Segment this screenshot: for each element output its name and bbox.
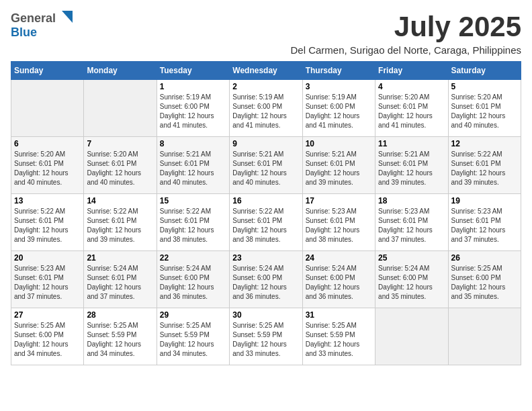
calendar-cell: 20Sunrise: 5:23 AM Sunset: 6:01 PM Dayli…: [11, 251, 84, 308]
calendar-cell: 3Sunrise: 5:19 AM Sunset: 6:00 PM Daylig…: [302, 80, 375, 137]
calendar-cell: 2Sunrise: 5:19 AM Sunset: 6:00 PM Daylig…: [230, 80, 302, 137]
calendar-cell: 14Sunrise: 5:22 AM Sunset: 6:01 PM Dayli…: [84, 194, 157, 251]
header-friday: Friday: [375, 62, 448, 80]
calendar-cell: 10Sunrise: 5:21 AM Sunset: 6:01 PM Dayli…: [302, 137, 375, 194]
calendar-cell: 6Sunrise: 5:20 AM Sunset: 6:01 PM Daylig…: [11, 137, 84, 194]
day-info: Sunrise: 5:21 AM Sunset: 6:01 PM Dayligh…: [160, 150, 226, 187]
day-info: Sunrise: 5:20 AM Sunset: 6:01 PM Dayligh…: [378, 93, 445, 130]
header-wednesday: Wednesday: [230, 62, 302, 80]
calendar-cell: 31Sunrise: 5:25 AM Sunset: 5:59 PM Dayli…: [302, 308, 375, 365]
day-number: 12: [451, 139, 518, 148]
day-number: 19: [451, 196, 518, 205]
day-info: Sunrise: 5:22 AM Sunset: 6:01 PM Dayligh…: [160, 207, 226, 244]
calendar-cell: 26Sunrise: 5:25 AM Sunset: 6:00 PM Dayli…: [448, 251, 521, 308]
calendar-cell: 11Sunrise: 5:21 AM Sunset: 6:01 PM Dayli…: [375, 137, 448, 194]
day-number: 3: [306, 82, 372, 91]
day-info: Sunrise: 5:23 AM Sunset: 6:01 PM Dayligh…: [378, 207, 445, 244]
day-number: 15: [160, 196, 226, 205]
day-info: Sunrise: 5:25 AM Sunset: 5:59 PM Dayligh…: [306, 321, 372, 359]
calendar-cell: 19Sunrise: 5:23 AM Sunset: 6:01 PM Dayli…: [448, 194, 521, 251]
calendar-cell: 13Sunrise: 5:22 AM Sunset: 6:01 PM Dayli…: [11, 194, 84, 251]
header-tuesday: Tuesday: [157, 62, 229, 80]
svg-marker-0: [62, 11, 73, 23]
calendar-header-row: SundayMondayTuesdayWednesdayThursdayFrid…: [11, 62, 521, 80]
day-info: Sunrise: 5:22 AM Sunset: 6:01 PM Dayligh…: [451, 150, 518, 187]
day-number: 5: [451, 82, 518, 91]
month-title: July 2025: [290, 11, 521, 43]
logo-general: General: [11, 11, 56, 26]
calendar-cell: 22Sunrise: 5:24 AM Sunset: 6:00 PM Dayli…: [157, 251, 229, 308]
day-info: Sunrise: 5:23 AM Sunset: 6:01 PM Dayligh…: [14, 264, 81, 302]
day-number: 31: [306, 310, 372, 320]
day-info: Sunrise: 5:25 AM Sunset: 5:59 PM Dayligh…: [160, 321, 226, 359]
day-number: 7: [87, 139, 153, 148]
day-number: 8: [160, 139, 226, 148]
week-row-4: 20Sunrise: 5:23 AM Sunset: 6:01 PM Dayli…: [11, 251, 521, 308]
day-info: Sunrise: 5:19 AM Sunset: 6:00 PM Dayligh…: [160, 93, 226, 130]
day-number: 22: [160, 253, 226, 263]
logo: General Blue: [11, 11, 73, 40]
header-thursday: Thursday: [302, 62, 375, 80]
day-info: Sunrise: 5:20 AM Sunset: 6:01 PM Dayligh…: [451, 93, 518, 130]
calendar-cell: 30Sunrise: 5:25 AM Sunset: 5:59 PM Dayli…: [230, 308, 302, 365]
calendar-cell: 15Sunrise: 5:22 AM Sunset: 6:01 PM Dayli…: [157, 194, 229, 251]
calendar-cell: 5Sunrise: 5:20 AM Sunset: 6:01 PM Daylig…: [448, 80, 521, 137]
day-info: Sunrise: 5:21 AM Sunset: 6:01 PM Dayligh…: [378, 150, 445, 187]
day-number: 28: [87, 310, 153, 320]
day-info: Sunrise: 5:23 AM Sunset: 6:01 PM Dayligh…: [451, 207, 518, 244]
day-info: Sunrise: 5:24 AM Sunset: 6:00 PM Dayligh…: [232, 264, 299, 302]
calendar-cell: 17Sunrise: 5:23 AM Sunset: 6:01 PM Dayli…: [302, 194, 375, 251]
day-info: Sunrise: 5:25 AM Sunset: 5:59 PM Dayligh…: [232, 321, 299, 359]
day-info: Sunrise: 5:24 AM Sunset: 6:00 PM Dayligh…: [160, 264, 226, 302]
location-title: Del Carmen, Surigao del Norte, Caraga, P…: [290, 44, 521, 56]
day-number: 24: [306, 253, 372, 263]
day-info: Sunrise: 5:21 AM Sunset: 6:01 PM Dayligh…: [232, 150, 299, 187]
day-number: 16: [232, 196, 299, 205]
logo-blue: Blue: [11, 26, 37, 39]
calendar-cell: 25Sunrise: 5:24 AM Sunset: 6:00 PM Dayli…: [375, 251, 448, 308]
week-row-2: 6Sunrise: 5:20 AM Sunset: 6:01 PM Daylig…: [11, 137, 521, 194]
day-number: 1: [160, 82, 226, 91]
day-info: Sunrise: 5:22 AM Sunset: 6:01 PM Dayligh…: [232, 207, 299, 244]
calendar-cell: 21Sunrise: 5:24 AM Sunset: 6:01 PM Dayli…: [84, 251, 157, 308]
day-info: Sunrise: 5:22 AM Sunset: 6:01 PM Dayligh…: [14, 207, 81, 244]
calendar-cell: [375, 308, 448, 365]
day-number: 18: [378, 196, 445, 205]
calendar-cell: 24Sunrise: 5:24 AM Sunset: 6:00 PM Dayli…: [302, 251, 375, 308]
day-info: Sunrise: 5:25 AM Sunset: 6:00 PM Dayligh…: [14, 321, 81, 359]
calendar-cell: 28Sunrise: 5:25 AM Sunset: 5:59 PM Dayli…: [84, 308, 157, 365]
day-info: Sunrise: 5:23 AM Sunset: 6:01 PM Dayligh…: [306, 207, 372, 244]
calendar-cell: 27Sunrise: 5:25 AM Sunset: 6:00 PM Dayli…: [11, 308, 84, 365]
day-info: Sunrise: 5:20 AM Sunset: 6:01 PM Dayligh…: [87, 150, 153, 187]
day-info: Sunrise: 5:25 AM Sunset: 5:59 PM Dayligh…: [87, 321, 153, 359]
day-number: 21: [87, 253, 153, 263]
week-row-3: 13Sunrise: 5:22 AM Sunset: 6:01 PM Dayli…: [11, 194, 521, 251]
calendar-cell: 18Sunrise: 5:23 AM Sunset: 6:01 PM Dayli…: [375, 194, 448, 251]
calendar-cell: 1Sunrise: 5:19 AM Sunset: 6:00 PM Daylig…: [157, 80, 229, 137]
day-number: 29: [160, 310, 226, 320]
week-row-5: 27Sunrise: 5:25 AM Sunset: 6:00 PM Dayli…: [11, 308, 521, 365]
day-number: 23: [232, 253, 299, 263]
header-saturday: Saturday: [448, 62, 521, 80]
day-number: 13: [14, 196, 81, 205]
day-info: Sunrise: 5:24 AM Sunset: 6:00 PM Dayligh…: [378, 264, 445, 302]
week-row-1: 1Sunrise: 5:19 AM Sunset: 6:00 PM Daylig…: [11, 80, 521, 137]
day-number: 27: [14, 310, 81, 320]
day-info: Sunrise: 5:24 AM Sunset: 6:00 PM Dayligh…: [306, 264, 372, 302]
day-number: 30: [232, 310, 299, 320]
day-number: 4: [378, 82, 445, 91]
day-number: 6: [14, 139, 81, 148]
calendar-cell: [84, 80, 157, 137]
calendar-cell: 4Sunrise: 5:20 AM Sunset: 6:01 PM Daylig…: [375, 80, 448, 137]
day-info: Sunrise: 5:25 AM Sunset: 6:00 PM Dayligh…: [451, 264, 518, 302]
page-header: General Blue July 2025 Del Carmen, Surig…: [11, 11, 521, 56]
day-info: Sunrise: 5:24 AM Sunset: 6:01 PM Dayligh…: [87, 264, 153, 302]
header-monday: Monday: [84, 62, 157, 80]
day-number: 2: [232, 82, 299, 91]
day-number: 25: [378, 253, 445, 263]
day-info: Sunrise: 5:19 AM Sunset: 6:00 PM Dayligh…: [232, 93, 299, 130]
calendar-cell: 8Sunrise: 5:21 AM Sunset: 6:01 PM Daylig…: [157, 137, 229, 194]
day-info: Sunrise: 5:20 AM Sunset: 6:01 PM Dayligh…: [14, 150, 81, 187]
header-sunday: Sunday: [11, 62, 84, 80]
day-info: Sunrise: 5:19 AM Sunset: 6:00 PM Dayligh…: [306, 93, 372, 130]
